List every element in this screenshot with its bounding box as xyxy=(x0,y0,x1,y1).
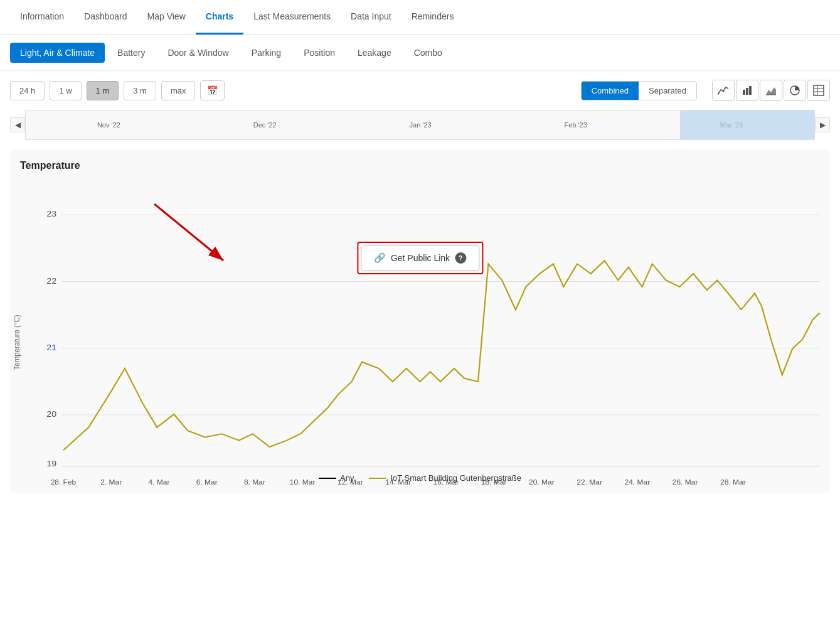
y-label-21: 21 xyxy=(46,342,56,352)
subnav-battery[interactable]: Battery xyxy=(107,43,155,63)
chart-section: Temperature 🔗 Get Public Link ? xyxy=(10,150,830,493)
table-icon-button[interactable] xyxy=(807,80,830,101)
time-3m-button[interactable]: 3 m xyxy=(124,81,156,100)
link-icon: 🔗 xyxy=(374,252,386,264)
svg-rect-8 xyxy=(814,85,824,95)
top-nav: Information Dashboard Map View Charts La… xyxy=(0,0,840,35)
time-1m-button[interactable]: 1 m xyxy=(87,81,119,100)
table-icon xyxy=(813,85,824,96)
nav-item-mapview[interactable]: Map View xyxy=(137,0,196,35)
subnav-light-air-climate[interactable]: Light, Air & Climate xyxy=(10,43,105,63)
nav-item-information[interactable]: Information xyxy=(10,0,74,35)
temperature-chart-svg: 23 22 21 20 19 Temperature (°C) 28. Feb … xyxy=(10,179,830,493)
legend-any: Any xyxy=(319,473,354,483)
y-label-22: 22 xyxy=(46,276,56,286)
get-public-link-label: Get Public Link xyxy=(391,253,450,263)
legend-any-label: Any xyxy=(340,473,354,483)
subnav-parking[interactable]: Parking xyxy=(242,43,291,63)
time-max-button[interactable]: max xyxy=(161,81,196,100)
combined-toggle[interactable]: Combined xyxy=(582,82,639,100)
get-public-link-box: 🔗 Get Public Link ? xyxy=(357,242,483,274)
y-axis-label: Temperature (°C) xyxy=(13,314,21,370)
get-public-link-wrapper: 🔗 Get Public Link ? xyxy=(357,242,483,274)
barchart-icon xyxy=(742,85,753,96)
svg-rect-2 xyxy=(743,90,745,95)
y-label-20: 20 xyxy=(46,409,56,419)
temperature-line xyxy=(63,260,820,450)
timeline-nav: ◀ Nov '22 Dec '22 Jan '23 Feb '23 Mar '2… xyxy=(0,110,840,140)
subnav-combo[interactable]: Combo xyxy=(404,43,452,63)
legend-iot: IoT Smart Building Gutenbergstraße xyxy=(369,473,521,483)
timeline-label-nov: Nov '22 xyxy=(97,121,120,129)
areachart-icon-button[interactable] xyxy=(760,80,782,101)
legend-iot-label: IoT Smart Building Gutenbergstraße xyxy=(390,473,521,483)
subnav-position[interactable]: Position xyxy=(294,43,345,63)
svg-rect-4 xyxy=(749,86,752,95)
timeline-scroll-left[interactable]: ◀ xyxy=(10,117,25,132)
barchart-icon-button[interactable] xyxy=(736,80,758,101)
chart-container: 🔗 Get Public Link ? 23 22 21 20 19 Tempe… xyxy=(10,179,830,493)
get-public-link-button[interactable]: 🔗 Get Public Link ? xyxy=(361,245,479,271)
timeline-scroll-right[interactable]: ▶ xyxy=(815,117,830,132)
help-icon: ? xyxy=(455,252,466,264)
chart-legend: Any IoT Smart Building Gutenbergstraße xyxy=(10,466,830,493)
sub-nav: Light, Air & Climate Battery Door & Wind… xyxy=(0,35,840,71)
piechart-icon xyxy=(789,85,800,96)
y-label-23: 23 xyxy=(46,209,56,219)
areachart-icon xyxy=(765,85,777,96)
subnav-door-window[interactable]: Door & Window xyxy=(157,43,238,63)
timeline-label-dec: Dec '22 xyxy=(253,121,277,129)
top-nav-list: Information Dashboard Map View Charts La… xyxy=(0,0,840,35)
timeline-label-jan: Jan '23 xyxy=(410,121,432,129)
separated-toggle[interactable]: Separated xyxy=(639,82,696,100)
svg-point-1 xyxy=(723,90,725,92)
nav-item-reminders[interactable]: Reminders xyxy=(401,0,464,35)
timeline-track[interactable]: Nov '22 Dec '22 Jan '23 Feb '23 Mar '23 xyxy=(25,110,815,140)
chart-title: Temperature xyxy=(10,160,830,179)
time-24h-button[interactable]: 24 h xyxy=(10,81,45,100)
linechart-icon-button[interactable] xyxy=(712,80,735,101)
svg-marker-5 xyxy=(766,87,776,95)
svg-rect-3 xyxy=(746,88,748,95)
timeline-label-feb: Feb '23 xyxy=(565,121,587,129)
controls-bar: 24 h 1 w 1 m 3 m max 📅 Combined Separate… xyxy=(0,71,840,110)
legend-any-line xyxy=(319,478,336,479)
legend-iot-line xyxy=(369,478,386,479)
calendar-button[interactable]: 📅 xyxy=(200,80,225,100)
timeline-selected-range xyxy=(680,110,814,139)
time-1w-button[interactable]: 1 w xyxy=(50,81,81,100)
nav-item-dashboard[interactable]: Dashboard xyxy=(74,0,137,35)
piechart-icon-button[interactable] xyxy=(784,80,806,101)
nav-item-lastmeasurements[interactable]: Last Measurements xyxy=(243,0,341,35)
combined-separated-toggle: Combined Separated xyxy=(581,81,697,100)
nav-item-datainput[interactable]: Data Input xyxy=(341,0,401,35)
nav-item-charts[interactable]: Charts xyxy=(196,0,243,35)
subnav-leakage[interactable]: Leakage xyxy=(348,43,401,63)
chart-type-group xyxy=(712,80,830,101)
linechart-icon xyxy=(718,85,729,96)
